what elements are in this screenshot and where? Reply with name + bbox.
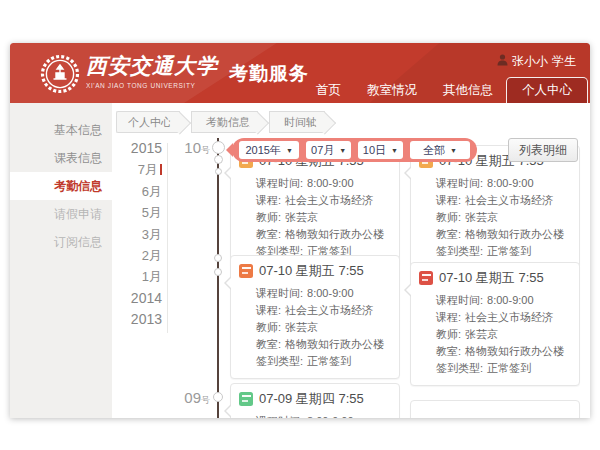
timeline-line <box>217 138 219 418</box>
field-course: 课程:社会主义市场经济 <box>436 309 571 326</box>
field-course: 课程:社会主义市场经济 <box>256 302 391 319</box>
card-date: 07-10 星期五 7:55 <box>259 262 364 280</box>
breadcrumb-timeline[interactable]: 时间轴 <box>269 111 325 133</box>
card-pointer <box>404 283 411 297</box>
app-header: 西安交通大学 XI'AN JIAO TONG UNIVERSITY 考勤服务 张… <box>10 43 590 103</box>
main-nav: 首页 教室情况 其他信息 个人中心 <box>303 77 588 103</box>
card-pointer <box>224 166 231 180</box>
field-signin-type: 签到类型:正常签到 <box>256 353 391 370</box>
caret-down-icon: ▼ <box>339 147 346 154</box>
nav-item-personal-center[interactable]: 个人中心 <box>506 77 588 103</box>
university-name-cn: 西安交通大学 <box>86 52 218 80</box>
breadcrumb-attendance-info[interactable]: 考勤信息 <box>191 111 258 133</box>
user-role: 学生 <box>552 53 576 70</box>
rail-month-5[interactable]: 5月 <box>70 202 162 223</box>
day-marker-10: 10号 <box>170 139 210 157</box>
field-course-time: 课程时间:8:00-9:00 <box>256 175 391 192</box>
user-info[interactable]: 张小小 学生 <box>497 53 576 70</box>
field-classroom: 教室:格物致知行政办公楼 <box>256 336 391 353</box>
app-title: 考勤服务 <box>229 61 309 87</box>
person-icon <box>497 54 508 69</box>
rail-year-2015[interactable]: 2015 <box>70 138 162 159</box>
card-pointer <box>224 276 231 290</box>
timeline-node <box>214 268 222 276</box>
field-signin-type: 签到类型:正常签到 <box>436 360 571 377</box>
university-name-en: XI'AN JIAO TONG UNIVERSITY <box>86 82 218 89</box>
attendance-card[interactable]: 07-10 星期五 7:55 课程时间:8:00-9:00 课程:社会主义市场经… <box>410 145 580 269</box>
field-course: 课程:社会主义市场经济 <box>256 192 391 209</box>
attendance-card[interactable]: 07-10 星期五 7:55 课程时间:8:00-9:00 课程:社会主义市场经… <box>410 262 580 386</box>
rail-month-7[interactable]: 7月 <box>70 159 162 180</box>
status-calendar-icon <box>239 392 253 406</box>
field-classroom: 教室:格物致知行政办公楼 <box>436 343 571 360</box>
day-dropdown[interactable]: 10日▼ <box>358 141 403 159</box>
timeline-node <box>213 392 223 402</box>
breadcrumb: 个人中心 考勤信息 时间轴 <box>116 111 336 133</box>
user-name: 张小小 <box>512 53 548 70</box>
rail-month-2[interactable]: 2月 <box>70 245 162 266</box>
timeline-node-large <box>212 141 225 154</box>
nav-item-other-info[interactable]: 其他信息 <box>430 77 506 103</box>
field-course-time: 课程时间:8:00-9:00 <box>436 292 571 309</box>
field-teacher: 教师:张芸京 <box>256 209 391 226</box>
status-calendar-icon <box>419 271 433 285</box>
app-window: 西安交通大学 XI'AN JIAO TONG UNIVERSITY 考勤服务 张… <box>10 43 590 418</box>
attendance-card[interactable]: 07-09 星期四 7:55 课程时间:8:00-9:00 <box>230 383 400 418</box>
card-date: 07-09 星期四 7:55 <box>259 390 364 408</box>
rail-month-3[interactable]: 3月 <box>70 224 162 245</box>
field-course-time: 课程时间:8:00-9:00 <box>256 285 391 302</box>
field-teacher: 教师:张芸京 <box>436 326 571 343</box>
field-classroom: 教室:格物致知行政办公楼 <box>436 226 571 243</box>
university-name-block: 西安交通大学 XI'AN JIAO TONG UNIVERSITY <box>86 52 218 89</box>
field-course-time: 课程时间:8:00-9:00 <box>436 175 571 192</box>
year-dropdown[interactable]: 2015年▼ <box>239 141 299 159</box>
nav-item-home[interactable]: 首页 <box>303 77 354 103</box>
timeline-node-small <box>215 168 222 175</box>
field-signin-type: 签到类型:正常签到 <box>436 243 571 260</box>
caret-down-icon: ▼ <box>450 147 457 154</box>
rail-year-2014[interactable]: 2014 <box>70 288 162 309</box>
attendance-card[interactable]: 07-10 星期五 7:55 课程时间:8:00-9:00 课程:社会主义市场经… <box>230 255 400 379</box>
status-calendar-icon <box>239 264 253 278</box>
card-pointer <box>224 404 231 418</box>
card-date: 07-10 星期五 7:55 <box>439 269 544 287</box>
field-teacher: 教师:张芸京 <box>436 209 571 226</box>
attendance-card[interactable]: 07-10 星期五 7:55 课程时间:8:00-9:00 课程:社会主义市场经… <box>230 145 400 269</box>
year-month-rail: 2015 7月 6月 5月 3月 2月 1月 2014 2013 <box>70 138 162 331</box>
type-dropdown[interactable]: 全部▼ <box>410 141 470 159</box>
nav-item-classrooms[interactable]: 教室情况 <box>354 77 430 103</box>
filter-bar-pointer <box>226 143 233 157</box>
card-pointer <box>404 166 411 180</box>
field-course: 课程:社会主义市场经济 <box>436 192 571 209</box>
rail-year-2013[interactable]: 2013 <box>70 309 162 330</box>
filter-bar: 2015年▼ 07月▼ 10日▼ 全部▼ <box>232 138 477 162</box>
field-teacher: 教师:张芸京 <box>256 319 391 336</box>
university-logo-icon <box>40 54 80 98</box>
current-month-tick <box>160 164 162 175</box>
day-marker-09: 09号 <box>170 389 210 407</box>
list-detail-button[interactable]: 列表明细 <box>508 138 578 162</box>
breadcrumb-personal-center[interactable]: 个人中心 <box>116 111 180 133</box>
rail-month-1[interactable]: 1月 <box>70 266 162 287</box>
attendance-card-partial[interactable] <box>410 400 580 418</box>
field-classroom: 教室:格物致知行政办公楼 <box>256 226 391 243</box>
timeline-node-medium <box>214 155 223 164</box>
timeline-node <box>214 254 222 262</box>
caret-down-icon: ▼ <box>391 147 398 154</box>
rail-divider <box>167 143 168 333</box>
field-course-time: 课程时间:8:00-9:00 <box>256 413 391 418</box>
caret-down-icon: ▼ <box>286 147 293 154</box>
month-dropdown[interactable]: 07月▼ <box>306 141 351 159</box>
rail-month-6[interactable]: 6月 <box>70 181 162 202</box>
